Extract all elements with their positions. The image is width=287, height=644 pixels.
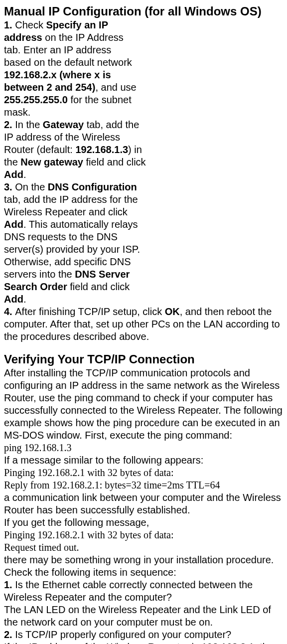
text-bold: New gateway [20, 157, 83, 167]
check-item-2: 2. Is TCP/IP properly configured on your… [4, 629, 283, 641]
text-bold: Add [4, 294, 23, 305]
step-number: 2. [4, 119, 15, 130]
paragraph: After installing the TCP/IP communicatio… [4, 367, 283, 442]
text-bold: DNS Configuration [48, 181, 137, 192]
paragraph: If a message similar to the following ap… [4, 454, 283, 467]
step-number: 1. [4, 579, 15, 590]
paragraph: If you get the following message, [4, 516, 283, 529]
output-text: Reply from 192.168.2.1: bytes=32 time=2m… [4, 479, 283, 491]
text: , and use [95, 82, 136, 93]
check-note: The LAN LED on the Wireless Repeater and… [4, 604, 283, 629]
output-text: Pinging 192.168.2.1 with 32 bytes of dat… [4, 529, 283, 541]
text-bold: Gateway [43, 119, 84, 130]
step-4: 4. After finishing TCP/IP setup, click O… [4, 306, 283, 343]
step-number: 4. [4, 306, 15, 317]
text: On the [15, 181, 48, 192]
output-text: Pinging 192.168.2.1 with 32 bytes of dat… [4, 467, 283, 479]
text-bold: Add [4, 169, 23, 180]
text-bold: 192.168.1.3 [75, 144, 128, 155]
text: After finishing TCP/IP setup, click [15, 306, 165, 317]
step-2: 2. In the Gateway tab, add the IP addres… [4, 119, 151, 181]
check-note: If the IP address of the Wireless Repeat… [4, 641, 283, 644]
section-heading: Manual IP Configuration (for all Windows… [4, 4, 283, 19]
paragraph: a communication link between your comput… [4, 491, 283, 516]
text: In the [15, 119, 43, 130]
text: . [23, 294, 26, 305]
step-1: 1. Check Specify an IP address on the IP… [4, 19, 141, 119]
paragraph: there may be something wrong in your ins… [4, 554, 283, 579]
text: field and click [83, 157, 146, 167]
step-number: 2. [4, 629, 15, 640]
step-number: 1. [4, 19, 15, 30]
text: field and click [67, 281, 130, 292]
text-bold: OK [165, 306, 180, 317]
output-text: Request timed out. [4, 541, 283, 554]
text: tab, add the IP address for the Wireless… [4, 194, 138, 217]
text: Is the Ethernet cable correctly connecte… [4, 579, 253, 603]
text-bold: Add [4, 219, 23, 230]
step-3: 3. On the DNS Configuration tab, add the… [4, 181, 151, 306]
text: Is TCP/IP properly configured on your co… [15, 629, 231, 640]
command-text: ping 192.168.1.3 [4, 442, 283, 454]
text: Check [15, 19, 46, 30]
step-number: 3. [4, 181, 15, 192]
text: . [23, 169, 26, 180]
check-item-1: 1. Is the Ethernet cable correctly conne… [4, 579, 283, 604]
section-heading: Verifying Your TCP/IP Connection [4, 352, 283, 367]
text-bold: 255.255.255.0 [4, 94, 68, 105]
